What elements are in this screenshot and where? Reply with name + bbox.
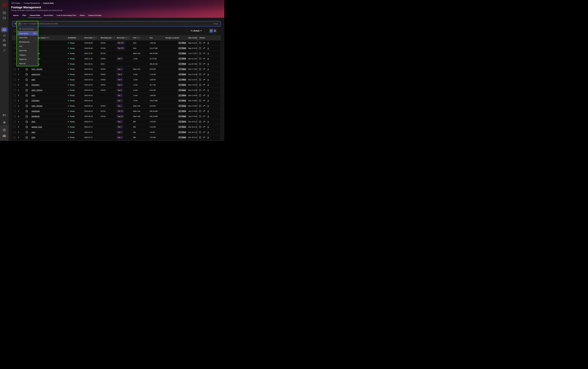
- row-checkbox[interactable]: [14, 63, 16, 65]
- share-icon[interactable]: [203, 73, 205, 75]
- row-checkbox[interactable]: [14, 84, 16, 86]
- share-icon[interactable]: [203, 100, 205, 102]
- filter-option-added-on[interactable]: Added On: [17, 57, 38, 62]
- download-icon[interactable]: [207, 52, 209, 54]
- share-button[interactable]: [203, 100, 205, 102]
- sidebar-item-magic-wand-icon[interactable]: [0, 48, 9, 53]
- expand-chevron-icon[interactable]: [18, 73, 19, 75]
- column-header-shoot-day[interactable]: Shoot Day3: [114, 37, 131, 39]
- sidebar-item-player-icon[interactable]: [0, 10, 9, 15]
- search-filter-bar[interactable]: Click '+' to search for asset by name or…: [12, 21, 221, 27]
- column-header-shoot-date[interactable]: Shoot Date1: [82, 37, 99, 39]
- info-icon[interactable]: [199, 94, 201, 96]
- column-header-storage-locations[interactable]: Storage Locations: [163, 37, 186, 39]
- info-icon[interactable]: [199, 84, 201, 86]
- share-icon[interactable]: [203, 84, 205, 86]
- share-icon[interactable]: [203, 110, 205, 112]
- info-button[interactable]: [199, 47, 201, 49]
- share-button[interactable]: [203, 121, 205, 123]
- asset-name-link[interactable]: G001_0203XD: [31, 68, 42, 70]
- info-icon[interactable]: [199, 68, 201, 70]
- download-icon[interactable]: [207, 136, 209, 138]
- sidebar-item-camera-rolls[interactable]: [1, 27, 8, 32]
- info-button[interactable]: [199, 42, 201, 44]
- share-button[interactable]: [203, 84, 205, 86]
- download-button[interactable]: [207, 47, 209, 49]
- download-button[interactable]: [207, 110, 209, 112]
- download-button[interactable]: [207, 58, 209, 60]
- avatar[interactable]: [0, 134, 9, 139]
- share-button[interactable]: [203, 42, 205, 44]
- share-icon[interactable]: [203, 79, 205, 81]
- add-filter-button[interactable]: [18, 22, 21, 25]
- info-button[interactable]: [199, 121, 201, 123]
- row-checkbox[interactable]: [14, 94, 16, 96]
- sort-dropdown[interactable]: Multiple: [190, 30, 202, 32]
- asset-name-link[interactable]: A007: [31, 95, 35, 96]
- filter-option-category[interactable]: Category: [17, 53, 38, 57]
- info-icon[interactable]: [199, 126, 201, 128]
- share-icon[interactable]: [203, 47, 205, 49]
- tab-camera-formats[interactable]: Camera Formats: [89, 14, 101, 18]
- expand-chevron-icon[interactable]: [18, 95, 19, 96]
- netflix-logo-icon[interactable]: [2, 3, 6, 7]
- info-button[interactable]: [199, 115, 201, 118]
- share-button[interactable]: [203, 126, 205, 128]
- filter-option-shoot-day[interactable]: Shoot Day: [17, 48, 38, 53]
- row-checkbox[interactable]: [14, 115, 16, 118]
- row-checkbox[interactable]: [14, 136, 16, 139]
- download-button[interactable]: [207, 105, 209, 107]
- list-view-button[interactable]: [209, 29, 213, 33]
- expand-chevron-icon[interactable]: [18, 137, 19, 138]
- download-icon[interactable]: [207, 42, 209, 44]
- info-icon[interactable]: [199, 136, 201, 139]
- download-button[interactable]: [207, 121, 209, 123]
- info-button[interactable]: [199, 68, 201, 70]
- row-checkbox[interactable]: [14, 58, 16, 60]
- info-icon[interactable]: [199, 105, 201, 107]
- info-icon[interactable]: [199, 131, 201, 133]
- row-checkbox[interactable]: [14, 105, 16, 107]
- share-button[interactable]: [203, 58, 205, 60]
- gear-icon[interactable]: [0, 120, 9, 125]
- share-icon[interactable]: [203, 42, 205, 44]
- info-button[interactable]: [199, 94, 201, 96]
- share-button[interactable]: [203, 47, 205, 49]
- expand-chevron-icon[interactable]: [18, 84, 19, 86]
- info-button[interactable]: [199, 126, 201, 128]
- sidebar-collapse-icon[interactable]: [0, 113, 9, 117]
- info-icon[interactable]: [199, 89, 201, 91]
- info-button[interactable]: [199, 136, 201, 139]
- expand-chevron-icon[interactable]: [18, 79, 19, 81]
- row-checkbox[interactable]: [14, 47, 16, 49]
- share-button[interactable]: [203, 105, 205, 107]
- column-header-actions[interactable]: Actions: [197, 35, 221, 40]
- expand-chevron-icon[interactable]: [18, 126, 19, 128]
- share-icon[interactable]: [203, 68, 205, 70]
- info-icon[interactable]: [199, 100, 201, 102]
- row-checkbox[interactable]: [14, 68, 16, 70]
- expand-chevron-icon[interactable]: [18, 116, 19, 117]
- share-icon[interactable]: [203, 126, 205, 128]
- sidebar-item-export-icon[interactable]: [0, 43, 9, 48]
- download-icon[interactable]: [207, 100, 209, 102]
- share-icon[interactable]: [203, 52, 205, 54]
- download-button[interactable]: [207, 63, 209, 65]
- share-button[interactable]: [203, 115, 205, 117]
- share-icon[interactable]: [203, 131, 205, 133]
- asset-name-link[interactable]: F001R0E0: [31, 84, 39, 86]
- info-icon[interactable]: [199, 42, 201, 44]
- share-button[interactable]: [203, 89, 205, 91]
- asset-name-link[interactable]: A007: [31, 79, 35, 81]
- share-icon[interactable]: [203, 115, 205, 117]
- row-checkbox[interactable]: [14, 52, 16, 54]
- share-icon[interactable]: [203, 121, 205, 123]
- row-checkbox[interactable]: [14, 73, 16, 75]
- row-checkbox[interactable]: [14, 121, 16, 123]
- info-icon[interactable]: [199, 47, 201, 49]
- download-button[interactable]: [207, 136, 209, 138]
- info-icon[interactable]: [199, 73, 201, 75]
- column-header-availability[interactable]: Availability: [66, 37, 82, 39]
- breadcrumb-item[interactable]: MPS Dailies: [11, 2, 20, 4]
- column-header-block-episode[interactable]: Block/Episode2: [99, 37, 114, 39]
